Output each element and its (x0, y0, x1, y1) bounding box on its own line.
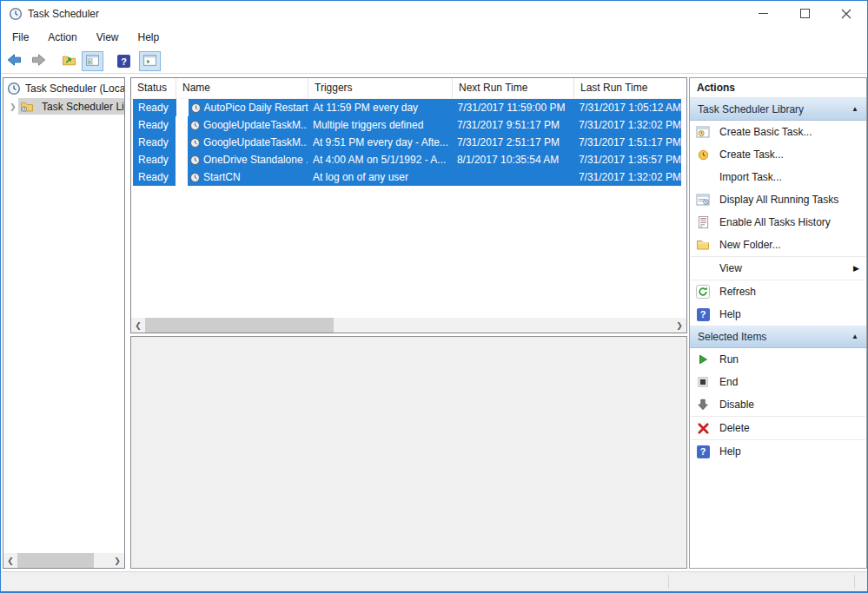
scroll-left-arrow[interactable]: ❮ (131, 318, 145, 333)
last-run-cell: 7/31/2017 1:05:12 AM (574, 102, 681, 114)
chevron-right-icon[interactable]: ❯ (10, 102, 18, 111)
name-cell: OneDrive Standalone ... (203, 154, 308, 166)
task-clock-icon (188, 155, 203, 166)
close-icon (841, 9, 851, 19)
menu-view[interactable]: View (87, 26, 129, 49)
console-tree-panel: Task Scheduler (Local) ❯ Task Scheduler … (3, 77, 125, 569)
triggers-cell: At 11:59 PM every day (308, 102, 453, 114)
action-help-library[interactable]: ? Help (690, 303, 866, 326)
task-clock-icon (189, 102, 204, 114)
minimize-icon (759, 9, 768, 18)
action-new-folder[interactable]: New Folder... (690, 234, 866, 256)
triggers-cell: At 9:51 PM every day - Afte... (308, 136, 452, 148)
scroll-right-arrow[interactable]: ❯ (673, 318, 686, 333)
toggle-console-tree-button[interactable] (82, 51, 103, 71)
create-task-icon (696, 148, 710, 161)
action-end[interactable]: End (690, 371, 866, 393)
statusbar-separator (854, 575, 855, 589)
action-refresh[interactable]: Refresh (690, 280, 866, 303)
maximize-button[interactable] (784, 1, 825, 26)
task-row[interactable]: Ready GoogleUpdateTaskM... Multiple trig… (131, 116, 686, 134)
action-delete[interactable]: Delete (690, 417, 866, 439)
disable-icon (696, 398, 710, 412)
task-row[interactable]: Ready OneDrive Standalone ... At 4:00 AM… (131, 151, 686, 168)
triggers-cell: At 4:00 AM on 5/1/1992 - A... (308, 154, 452, 166)
action-import-task[interactable]: Import Task... (690, 166, 866, 188)
action-run[interactable]: Run (690, 348, 866, 371)
help-icon: ? (697, 445, 710, 458)
action-display-all-running-tasks[interactable]: Display All Running Tasks (690, 188, 866, 211)
action-disable[interactable]: Disable (690, 393, 866, 416)
status-cell: Ready (133, 168, 176, 186)
task-row[interactable]: Ready AutoPico Daily Restart At 11:59 PM… (131, 99, 686, 116)
toggle-action-pane-button[interactable] (139, 51, 161, 71)
tree-item-label: Task Scheduler (Local) (25, 82, 124, 95)
column-header-status[interactable]: Status (131, 78, 176, 98)
name-cell: AutoPico Daily Restart (204, 102, 308, 114)
scroll-track[interactable] (145, 318, 673, 333)
new-folder-icon (696, 238, 710, 252)
maximize-icon (800, 9, 810, 18)
task-list-panel: Status Name Triggers Next Run Time Last … (130, 77, 687, 333)
action-help-selected[interactable]: ? Help (690, 440, 866, 463)
action-view[interactable]: View ▶ (690, 257, 866, 280)
back-button[interactable] (3, 51, 25, 71)
next-run-cell: 8/1/2017 10:35:54 AM (452, 154, 573, 166)
column-header-last-run-time[interactable]: Last Run Time (574, 78, 686, 98)
task-row[interactable]: Ready GoogleUpdateTaskM... At 9:51 PM ev… (131, 134, 686, 151)
help-icon: ? (697, 308, 710, 321)
menu-file[interactable]: File (3, 26, 38, 49)
task-clock-icon (188, 120, 203, 131)
actions-title: Actions (690, 78, 866, 98)
column-header-name[interactable]: Name (176, 78, 308, 98)
blank-icon (696, 170, 710, 184)
window-title: Task Scheduler (28, 8, 99, 20)
tree-item-task-scheduler-local[interactable]: Task Scheduler (Local) (3, 80, 124, 96)
column-header-next-run-time[interactable]: Next Run Time (453, 78, 574, 98)
scroll-right-arrow[interactable]: ❯ (110, 553, 124, 568)
run-icon (696, 353, 710, 366)
forward-button[interactable] (27, 51, 49, 71)
delete-icon (696, 421, 710, 435)
list-header: Status Name Triggers Next Run Time Last … (131, 78, 686, 99)
name-cell: StartCN (203, 171, 308, 183)
show-in-folder-button[interactable] (58, 51, 80, 71)
menubar: File Action View Help (1, 26, 867, 49)
status-cell: Ready (133, 116, 176, 134)
folder-clock-icon (20, 100, 34, 114)
submenu-arrow-icon: ▶ (853, 264, 859, 273)
close-button[interactable] (825, 1, 867, 26)
main-area: Task Scheduler (Local) ❯ Task Scheduler … (1, 74, 867, 571)
status-cell: Ready (133, 151, 176, 168)
task-scheduler-window: Task Scheduler File Action View Help (0, 0, 868, 593)
name-cell: GoogleUpdateTaskM... (203, 119, 308, 131)
action-create-task[interactable]: Create Task... (690, 143, 866, 166)
triggers-cell: Multiple triggers defined (308, 119, 452, 131)
titlebar: Task Scheduler (1, 1, 867, 26)
folder-arrow-icon (62, 53, 76, 70)
name-cell: GoogleUpdateTaskM... (203, 136, 308, 148)
help-button[interactable]: ? (113, 51, 135, 71)
actions-group-header-selected-items[interactable]: Selected Items ▲ (690, 326, 866, 348)
help-icon: ? (117, 55, 130, 68)
refresh-icon (696, 285, 710, 299)
collapse-arrow-icon: ▲ (851, 333, 858, 340)
end-icon (696, 375, 710, 389)
scroll-track[interactable] (17, 553, 110, 568)
column-header-triggers[interactable]: Triggers (308, 78, 453, 98)
actions-group-header-library[interactable]: Task Scheduler Library ▲ (690, 98, 866, 121)
action-create-basic-task[interactable]: Create Basic Task... (690, 121, 866, 143)
minimize-button[interactable] (742, 1, 784, 26)
action-enable-all-tasks-history[interactable]: Enable All Tasks History (690, 211, 866, 234)
tree-item-task-scheduler-library[interactable]: ❯ Task Scheduler Library (3, 98, 124, 115)
scroll-left-arrow[interactable]: ❮ (3, 553, 17, 568)
console-tree-icon (85, 53, 100, 70)
scroll-thumb[interactable] (145, 318, 334, 333)
scroll-thumb[interactable] (17, 553, 94, 568)
triggers-cell: At log on of any user (308, 171, 452, 183)
menu-help[interactable]: Help (129, 26, 169, 49)
clock-icon (7, 82, 21, 96)
menu-action[interactable]: Action (38, 26, 86, 49)
forward-arrow-icon (30, 51, 47, 71)
task-row[interactable]: Ready StartCN At log on of any user 7/31… (131, 168, 686, 186)
